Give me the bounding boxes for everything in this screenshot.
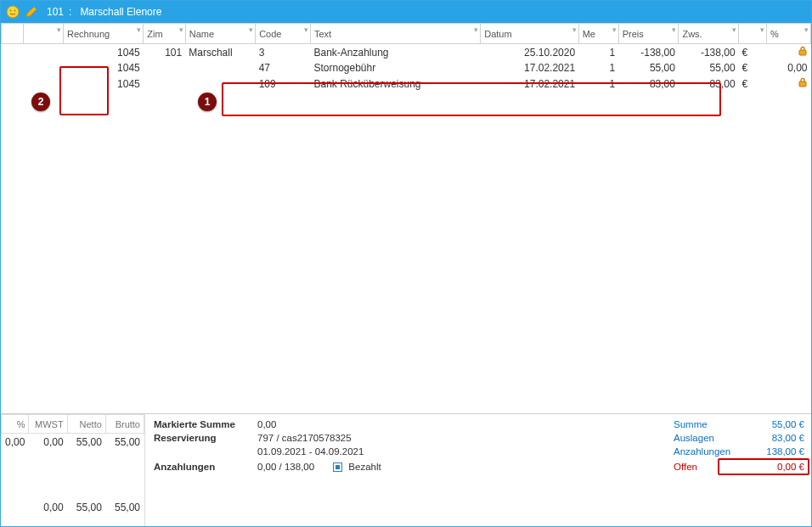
cell-text: Bank-Anzahlung [310, 44, 480, 61]
title-guest: Marschall Elenore [80, 6, 161, 18]
auslagen-label: Auslagen [674, 433, 714, 443]
col-zim[interactable]: Zim▾ [144, 24, 185, 44]
cell-text: Stornogebühr [310, 60, 480, 76]
col-preis[interactable]: Preis▾ [618, 24, 679, 44]
filter-icon[interactable]: ▾ [732, 25, 736, 34]
filter-icon[interactable]: ▾ [672, 25, 676, 34]
emoji-icon [6, 5, 20, 19]
col-me[interactable]: Me▾ [578, 24, 618, 44]
cell-datum: 25.10.2020 [481, 44, 578, 61]
table-row[interactable]: 1045101Marschall3Bank-Anzahlung25.10.202… [2, 44, 811, 61]
tax-row: 0,00 0,00 55,00 55,00 [2, 434, 144, 451]
filter-icon[interactable]: ▾ [804, 25, 809, 34]
reservierung-dates: 01.09.2021 - 04.09.2021 [257, 446, 364, 457]
svg-point-2 [14, 10, 16, 12]
filter-icon[interactable]: ▾ [57, 25, 61, 34]
col-name[interactable]: Name▾ [185, 24, 255, 44]
table-row[interactable]: 1045109Bank Rücküberweisung17.02.2021183… [2, 76, 811, 92]
tax-pct: 0,00 [2, 434, 29, 451]
cell-cur: € [739, 44, 767, 61]
invoice-grid[interactable]: ▾ Rechnung▾ Zim▾ Name▾ Code▾ Text▾ Datum… [1, 23, 811, 92]
cell-zws: 55,00 [679, 60, 739, 76]
col-rechnung-label: Rechnung [67, 29, 110, 39]
callout-1: 1 [198, 93, 217, 111]
cell-zws: 83,00 [679, 76, 739, 92]
lock-icon [798, 47, 808, 59]
callout-1-label: 1 [205, 96, 211, 108]
table-row[interactable]: 104547Stornogebühr17.02.2021155,0055,00€… [2, 60, 811, 76]
markierte-label: Markierte Summe [154, 419, 247, 429]
bezahlt-checkbox[interactable]: Bezahlt [333, 462, 381, 472]
cell-code: 47 [256, 60, 311, 76]
col-currency[interactable]: ▾ [739, 24, 767, 44]
filter-icon[interactable]: ▾ [760, 25, 764, 34]
summe-value: 55,00 € [772, 419, 804, 429]
grid-header-row: ▾ Rechnung▾ Zim▾ Name▾ Code▾ Text▾ Datum… [2, 24, 811, 44]
cell-zws: -138,00 [679, 44, 739, 61]
tax-col-brutto[interactable]: Brutto [105, 415, 144, 434]
filter-icon[interactable]: ▾ [612, 25, 617, 34]
col-code[interactable]: Code▾ [256, 24, 311, 44]
bezahlt-label: Bezahlt [348, 462, 381, 472]
filter-icon[interactable]: ▾ [304, 25, 308, 34]
tax-col-mwst[interactable]: MWST [29, 415, 67, 434]
cell-me: 1 [578, 76, 618, 92]
cell-cur: € [739, 60, 767, 76]
offen-value: 0,00 € [777, 462, 804, 472]
cell-zim [144, 60, 185, 76]
title-bar: 101 : Marschall Elenore [1, 1, 811, 23]
col-blank1[interactable] [2, 24, 24, 44]
filter-icon[interactable]: ▾ [474, 25, 478, 34]
footer-summary: Summe55,00 € Auslagen83,00 € Anzahlungen… [667, 414, 811, 526]
cell-preis: 83,00 [618, 76, 679, 92]
anz-value: 138,00 € [766, 446, 804, 457]
auslagen-value: 83,00 € [772, 433, 804, 443]
col-zws[interactable]: Zws.▾ [679, 24, 739, 44]
col-pct-label: % [770, 29, 779, 39]
tax-total-netto: 55,00 [67, 499, 105, 517]
col-zim-label: Zim [147, 29, 162, 39]
tax-total-brutto: 55,00 [105, 499, 144, 517]
col-zws-label: Zws. [682, 29, 702, 39]
cell-rechnung: 1045 [64, 76, 144, 92]
col-datum[interactable]: Datum▾ [481, 24, 578, 44]
cell-name: Marschall [185, 44, 255, 61]
title-sep: : [69, 6, 71, 18]
filter-icon[interactable]: ▾ [179, 25, 183, 34]
col-me-label: Me [583, 29, 595, 39]
cell-text: Bank Rücküberweisung [310, 76, 480, 92]
col-datum-label: Datum [484, 29, 511, 39]
cell-zim: 101 [144, 44, 185, 61]
tax-col-netto[interactable]: Netto [67, 415, 105, 434]
cell-code: 3 [256, 44, 311, 61]
lock-icon [798, 78, 808, 90]
tax-mwst: 0,00 [29, 434, 67, 451]
checkbox-icon [333, 463, 342, 472]
callout-2: 2 [31, 93, 50, 111]
svg-point-0 [7, 6, 19, 18]
tax-total-mwst: 0,00 [29, 499, 67, 517]
tax-totals-row: 0,00 55,00 55,00 [2, 499, 144, 517]
title-room: 101 [47, 6, 64, 18]
col-text[interactable]: Text▾ [310, 24, 480, 44]
filter-icon[interactable]: ▾ [249, 25, 253, 34]
offen-label: Offen [674, 462, 697, 472]
cell-zim [144, 76, 185, 92]
col-blank2[interactable]: ▾ [23, 24, 63, 44]
footer: % MWST Netto Brutto 0,00 0,00 55,00 55,0… [1, 413, 811, 526]
cell-pct [767, 44, 811, 61]
col-pct[interactable]: %▾ [767, 24, 811, 44]
tax-brutto: 55,00 [105, 434, 144, 451]
filter-icon[interactable]: ▾ [572, 25, 577, 34]
footer-details: Markierte Summe 0,00 Reservierung 797 / … [145, 414, 667, 526]
cell-pct: 0,00 [767, 60, 811, 76]
filter-icon[interactable]: ▾ [137, 25, 141, 34]
grid-area: ▾ Rechnung▾ Zim▾ Name▾ Code▾ Text▾ Datum… [1, 23, 811, 413]
tax-col-pct[interactable]: % [2, 415, 29, 434]
col-rechnung[interactable]: Rechnung▾ [64, 24, 144, 44]
cell-name [185, 60, 255, 76]
pencil-icon[interactable] [25, 5, 38, 19]
cell-preis: -138,00 [618, 44, 679, 61]
tax-netto: 55,00 [67, 434, 105, 451]
cell-cur: € [739, 76, 767, 92]
